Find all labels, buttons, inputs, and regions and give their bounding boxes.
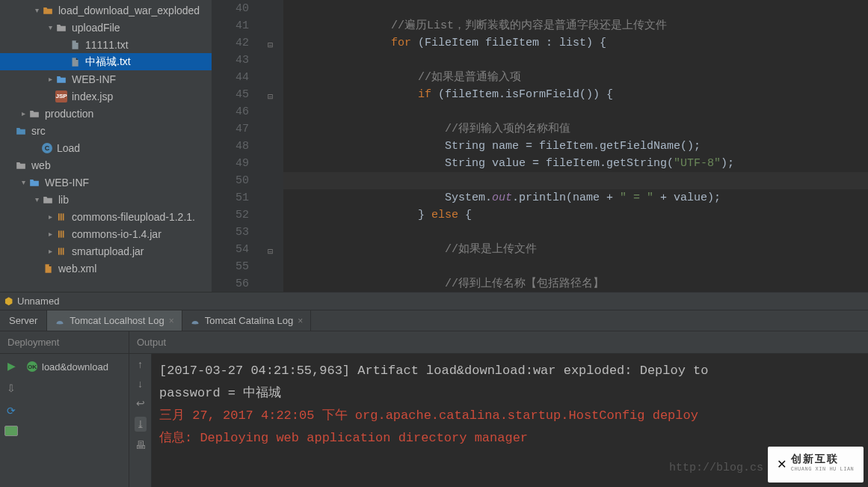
chevron-right-icon[interactable]: ▸ — [18, 109, 28, 117]
code-line[interactable]: } else { — [283, 206, 868, 224]
chevron-down-icon[interactable]: ▾ — [31, 195, 42, 203]
line-number[interactable]: 46 — [212, 103, 249, 120]
log-tab[interactable]: Tomcat Catalina Log× — [182, 310, 312, 331]
line-number[interactable]: 41 — [212, 17, 249, 34]
tree-item[interactable]: src — [0, 122, 212, 139]
line-number[interactable]: 54 — [212, 241, 249, 258]
line-number[interactable]: 52 — [212, 206, 249, 224]
tab-server[interactable]: Server — [0, 310, 47, 331]
deploy-run-icon[interactable]: ▶ — [4, 358, 19, 373]
line-number[interactable]: 56 — [212, 275, 249, 292]
deploy-box-icon[interactable] — [4, 426, 18, 436]
tree-item[interactable]: ▸commons-fileupload-1.2.1. — [0, 208, 212, 225]
close-icon[interactable]: × — [169, 316, 174, 326]
fold-icon[interactable]: ⊟ — [268, 37, 273, 55]
code-line[interactable] — [283, 103, 868, 120]
line-number[interactable]: 48 — [212, 138, 249, 155]
tree-item-label: 11111.txt — [85, 39, 129, 51]
tree-item[interactable]: ▾lib — [0, 191, 212, 208]
deploy-toolbar[interactable]: ▶ ⇩ ⟳ — [0, 354, 22, 487]
code-line[interactable]: //得到输入项的名称和值 — [283, 120, 868, 138]
line-number[interactable]: 43 — [212, 52, 249, 69]
soft-wrap-icon[interactable]: ↩ — [136, 397, 145, 409]
tree-item[interactable]: ▸commons-io-1.4.jar — [0, 225, 212, 242]
chevron-down-icon[interactable]: ▾ — [18, 178, 28, 186]
log-tab[interactable]: Tomcat Localhost Log× — [47, 310, 182, 331]
line-number[interactable]: 49 — [212, 155, 249, 172]
line-number[interactable]: 51 — [212, 189, 249, 206]
bug-icon: ⬢ — [4, 295, 13, 307]
code-line[interactable]: if (fileItem.isFormField()) { — [283, 86, 868, 103]
line-number[interactable]: 50 — [212, 172, 249, 189]
artifact-row[interactable]: OK load&download — [27, 358, 124, 375]
tree-item[interactable]: ▸production — [0, 105, 212, 122]
code-line[interactable]: String name = fileItem.getFieldName(); — [283, 138, 868, 155]
editor-gutter: 4041424344454647484950515253545556 — [212, 0, 264, 292]
tree-item[interactable]: web — [0, 156, 212, 174]
watermark-logo-icon: ✕ — [778, 453, 787, 476]
code-line[interactable] — [283, 172, 868, 189]
tree-item[interactable]: CLoad — [0, 139, 212, 156]
tree-item[interactable]: web.xml — [0, 260, 212, 277]
tree-item[interactable]: JSPindex.jsp — [0, 88, 212, 105]
tree-item-label: smartupload.jar — [72, 245, 144, 257]
tree-item[interactable]: ▾load_download_war_exploded — [0, 1, 212, 19]
chevron-down-icon[interactable]: ▾ — [45, 23, 55, 31]
debug-session-bar: ⬢ Unnamed — [0, 292, 868, 310]
fold-icon[interactable]: ⊟ — [268, 89, 273, 106]
scroll-to-end-icon[interactable]: ⤓ — [135, 417, 147, 432]
xml-file-icon — [42, 263, 54, 275]
output-toolbar[interactable]: ↑ ↓ ↩ ⤓ 🖶 — [129, 354, 152, 487]
folder-icon — [15, 159, 27, 171]
tree-item-label: uploadFile — [72, 22, 120, 34]
code-line[interactable]: for (FileItem fileItem : list) { — [283, 34, 868, 52]
line-number[interactable]: 53 — [212, 224, 249, 241]
deploy-down-icon[interactable]: ⇩ — [4, 381, 19, 396]
line-number[interactable]: 47 — [212, 120, 249, 138]
fold-column[interactable]: ⊟⊟⊟ — [264, 0, 283, 292]
chevron-right-icon[interactable]: ▸ — [45, 247, 55, 255]
tree-item[interactable]: ▾uploadFile — [0, 19, 212, 36]
code-line[interactable]: //如果是上传文件 — [283, 241, 868, 258]
tree-item[interactable]: ▸WEB-INF — [0, 70, 212, 88]
tree-item[interactable]: ▸smartupload.jar — [0, 242, 212, 260]
watermark: ✕ 创新互联 CHUANG XIN HU LIAN — [768, 447, 864, 483]
project-tree[interactable]: ▾load_download_war_exploded▾uploadFile11… — [0, 0, 212, 292]
code-line[interactable]: String value = fileItem.getString("UTF-8… — [283, 155, 868, 172]
code-line[interactable]: System.out.println(name + " = " + value)… — [283, 189, 868, 206]
chevron-right-icon[interactable]: ▸ — [45, 230, 55, 238]
jsp-file-icon: JSP — [55, 91, 67, 102]
line-number[interactable]: 40 — [212, 0, 249, 17]
line-number[interactable]: 42 — [212, 34, 249, 52]
code-editor[interactable]: 4041424344454647484950515253545556 ⊟⊟⊟ /… — [212, 0, 868, 292]
code-line[interactable]: //如果是普通输入项 — [283, 69, 868, 86]
deploy-refresh-icon[interactable]: ⟳ — [4, 403, 19, 418]
fold-icon[interactable]: ⊟ — [268, 244, 273, 261]
tree-item-label: index.jsp — [72, 91, 113, 102]
chevron-right-icon[interactable]: ▸ — [45, 212, 55, 221]
code-line[interactable] — [283, 258, 868, 275]
deploy-list[interactable]: OK load&download — [22, 354, 129, 487]
editor-code[interactable]: //遍历List，判断装载的内容是普通字段还是上传文件 for (FileIte… — [283, 0, 868, 292]
tree-item[interactable]: ▾WEB-INF — [0, 174, 212, 191]
line-number[interactable]: 55 — [212, 258, 249, 275]
run-tabbar[interactable]: Server Tomcat Localhost Log×Tomcat Catal… — [0, 310, 868, 331]
code-line[interactable] — [283, 224, 868, 241]
faint-url: http://blog.cs — [669, 457, 763, 480]
code-line[interactable] — [283, 52, 868, 69]
print-icon[interactable]: 🖶 — [135, 439, 146, 451]
console-output[interactable]: [2017-03-27 04:21:55,963] Artifact load&… — [152, 354, 868, 487]
code-line[interactable]: //遍历List，判断装载的内容是普通字段还是上传文件 — [283, 17, 868, 34]
line-number[interactable]: 44 — [212, 69, 249, 86]
console-line: [2017-03-27 04:21:55,963] Artifact load&… — [159, 360, 861, 382]
scroll-down-icon[interactable]: ↓ — [138, 378, 143, 390]
tree-item[interactable]: 11111.txt — [0, 36, 212, 53]
line-number[interactable]: 45 — [212, 86, 249, 103]
code-line[interactable] — [283, 0, 868, 17]
chevron-down-icon[interactable]: ▾ — [31, 6, 42, 14]
code-line[interactable]: //得到上传名称【包括路径名】 — [283, 275, 868, 292]
scroll-up-icon[interactable]: ↑ — [138, 358, 143, 370]
close-icon[interactable]: × — [298, 316, 303, 326]
chevron-right-icon[interactable]: ▸ — [45, 75, 55, 83]
tree-item[interactable]: 中福城.txt — [0, 53, 212, 70]
